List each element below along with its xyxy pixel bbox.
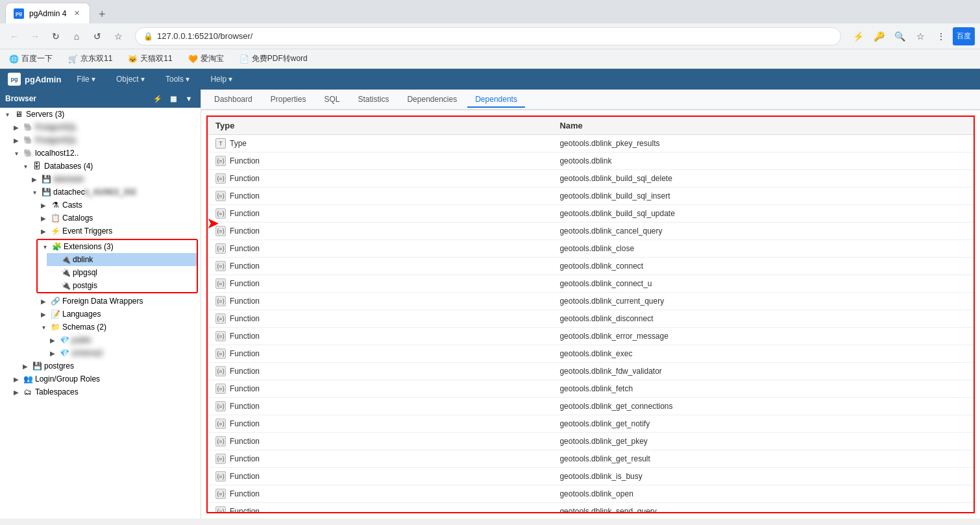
table-row: (=) Function geotools.dblink_fetch <box>208 380 974 398</box>
menu-file[interactable]: File ▾ <box>71 72 101 86</box>
bookmark-tmall[interactable]: 🐱 天猫双11 <box>124 52 176 66</box>
table-row: (=) Function geotools.dblink_connect <box>208 258 974 275</box>
expand-languages: ▶ <box>39 311 48 318</box>
pdf-icon: 📄 <box>239 55 249 64</box>
tree-item-pg1[interactable]: ▶ 🐘 PostgreSQL <box>9 121 201 134</box>
main-container: Browser ⚡ ▦ ▼ ▾ 🖥 Servers (3) ▶ 🐘 Postgr… <box>0 90 980 519</box>
history-button[interactable]: ↺ <box>88 27 106 45</box>
tree-item-latestask[interactable]: ▶ 💾 latestask <box>27 173 201 186</box>
menu-object[interactable]: Object ▾ <box>111 72 150 86</box>
datacheckl-label: datacheck_410922_332 <box>53 188 198 197</box>
tree-item-localhost[interactable]: ▾ 🐘 localhost12.. <box>9 147 201 160</box>
address-bar[interactable]: 🔒 127.0.0.1:65210/browser/ <box>135 27 841 45</box>
tab-statistics[interactable]: Statistics <box>350 92 397 108</box>
schema1-label: public <box>71 336 198 345</box>
tab-dependencies[interactable]: Dependencies <box>399 92 465 108</box>
cell-name: geotools.dblink_fetch <box>552 380 974 398</box>
password-manager-button[interactable]: 🔑 <box>870 27 888 45</box>
schemas-icon: 📁 <box>50 322 60 332</box>
expand-tablespaces: ▶ <box>12 389 21 396</box>
bookmark-pdf[interactable]: 📄 免费PDF转word <box>236 52 312 66</box>
tree-item-servers[interactable]: ▾ 🖥 Servers (3) <box>0 108 201 121</box>
tree-item-tablespaces[interactable]: ▶ 🗂 Tablespaces <box>9 385 201 398</box>
browser-chrome: pg pgAdmin 4 ✕ + <box>0 0 980 23</box>
home-button[interactable]: ⌂ <box>67 27 86 45</box>
cell-type: (=) Function <box>208 468 552 485</box>
table-row: (=) Function geotools.dblink_cancel_quer… <box>208 223 974 240</box>
new-tab-button[interactable]: + <box>93 5 111 23</box>
tree-item-languages[interactable]: ▶ 📝 Languages <box>36 308 201 321</box>
tree-item-login-roles[interactable]: ▶ 👥 Login/Group Roles <box>9 372 201 385</box>
pgadmin-logo: pg pgAdmin <box>8 73 61 86</box>
url-text: 127.0.0.1:65210/browser/ <box>157 31 252 41</box>
toolbar-filter-btn[interactable]: ▼ <box>182 92 195 105</box>
tree-item-datacheckl[interactable]: ▾ 💾 datacheck_410922_332 <box>27 186 201 199</box>
table-row: (=) Function geotools.dblink_open <box>208 485 974 503</box>
table-row: (=) Function geotools.dblink_build_sql_i… <box>208 188 974 205</box>
servers-label: Servers (3) <box>26 110 198 119</box>
toolbar-flash-btn[interactable]: ⚡ <box>151 92 164 105</box>
cell-type: (=) Function <box>208 415 552 433</box>
bookmark-taobao[interactable]: 🧡 爱淘宝 <box>184 52 228 66</box>
tree-item-pg2[interactable]: ▶ 🐘 PostgreSQL <box>9 134 201 147</box>
menu-help[interactable]: Help ▾ <box>205 72 238 86</box>
expand-localhost: ▾ <box>12 150 21 157</box>
schema1-icon: 💎 <box>59 335 69 345</box>
table-row: (=) Function geotools.dblink_get_notify <box>208 415 974 433</box>
postgis-label: postgis <box>73 281 194 290</box>
tree-item-postgres[interactable]: ▶ 💾 postgres <box>18 360 201 372</box>
plpgsql-label: plpgsql <box>73 268 194 277</box>
bookmarks-bar: 🌐 百度一下 🛒 京东双11 🐱 天猫双11 🧡 爱淘宝 📄 免费PDF转wor… <box>0 49 980 69</box>
fdw-label: Foreign Data Wrappers <box>62 297 198 306</box>
cell-name: geotools.dblink_current_query <box>552 293 974 310</box>
tree-item-postgis[interactable]: 🔌 postgis <box>47 279 197 292</box>
browser-toolbar: ⚡ ▦ ▼ <box>151 92 195 105</box>
pgadmin-logo-icon: pg <box>8 73 21 86</box>
back-button[interactable]: ← <box>5 27 23 45</box>
jd-label: 京东双11 <box>80 53 112 64</box>
expand-schema1: ▶ <box>48 337 57 344</box>
bookmark-jd[interactable]: 🛒 京东双11 <box>64 52 116 66</box>
zoom-button[interactable]: 🔍 <box>890 27 909 45</box>
tree-item-extensions[interactable]: ▾ 🧩 Extensions (3) <box>38 240 197 253</box>
bookmark-baidu[interactable]: 🌐 百度一下 <box>5 52 56 66</box>
browser-title: Browser <box>5 94 36 103</box>
tab-sql[interactable]: SQL <box>316 92 347 108</box>
cell-name: geotools.dblink_build_sql_update <box>552 205 974 223</box>
cell-name: geotools.dblink_build_sql_insert <box>552 188 974 205</box>
baidu-label: 百度一下 <box>21 53 53 64</box>
tree-item-plpgsql[interactable]: 🔌 plpgsql <box>47 266 197 279</box>
tab-properties[interactable]: Properties <box>263 92 314 108</box>
cell-name: geotools.dblink_get_pkey <box>552 433 974 450</box>
tab-close-button[interactable]: ✕ <box>71 8 82 19</box>
datacheckl-icon: 💾 <box>41 187 51 197</box>
tab-dashboard[interactable]: Dashboard <box>206 92 260 108</box>
expand-event-triggers: ▶ <box>39 228 48 235</box>
browser-header: Browser ⚡ ▦ ▼ <box>0 90 201 108</box>
toolbar-grid-btn[interactable]: ▦ <box>167 92 180 105</box>
tree-item-fdw[interactable]: ▶ 🔗 Foreign Data Wrappers <box>36 295 201 308</box>
lightning-button[interactable]: ⚡ <box>849 27 867 45</box>
active-tab[interactable]: pg pgAdmin 4 ✕ <box>5 3 90 23</box>
servers-icon: 🖥 <box>14 109 24 119</box>
tree-item-schema1[interactable]: ▶ 💎 public <box>45 334 201 347</box>
tree-item-event-triggers[interactable]: ▶ ⚡ Event Triggers <box>36 225 201 238</box>
tab-dependents[interactable]: Dependents <box>467 92 525 108</box>
cell-type: (=) Function <box>208 450 552 468</box>
tree-item-schemas[interactable]: ▾ 📁 Schemas (2) <box>36 321 201 334</box>
table-row: (=) Function geotools.dblink_error_messa… <box>208 328 974 345</box>
expand-login-roles: ▶ <box>12 376 21 383</box>
nav-dropdown[interactable]: ⋮ <box>932 27 950 45</box>
forward-button[interactable]: → <box>26 27 44 45</box>
bookmark-star[interactable]: ☆ <box>109 27 127 45</box>
baidu-button[interactable]: 百度 <box>953 27 975 45</box>
refresh-button[interactable]: ↻ <box>47 27 65 45</box>
menu-tools[interactable]: Tools ▾ <box>160 72 195 86</box>
bookmark-button[interactable]: ☆ <box>911 27 929 45</box>
tree-item-schema2[interactable]: ▶ 💎 schema2 <box>45 347 201 360</box>
tree-item-dblink[interactable]: 🔌 dblink <box>47 253 197 266</box>
tree-item-catalogs[interactable]: ▶ 📋 Catalogs <box>36 212 201 225</box>
plpgsql-icon: 🔌 <box>60 267 71 278</box>
tree-item-casts[interactable]: ▶ ⚗ Casts <box>36 199 201 212</box>
tree-item-databases[interactable]: ▾ 🗄 Databases (4) <box>18 160 201 173</box>
